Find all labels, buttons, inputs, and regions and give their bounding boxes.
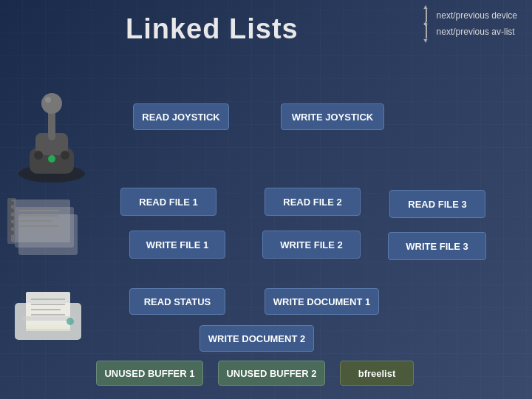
bfreelist-node: bfreelist <box>340 361 414 386</box>
legend-item-2: next/previous av-list <box>420 25 517 38</box>
svg-rect-29 <box>22 316 74 321</box>
svg-point-7 <box>61 151 69 160</box>
svg-point-8 <box>48 155 55 163</box>
read-joystick-node: READ JOYSTICK <box>133 103 229 130</box>
write-file-2-node: WRITE FILE 2 <box>262 231 361 259</box>
printer-image <box>7 273 89 347</box>
legend: next/previous device next/previous av-li… <box>420 9 517 38</box>
legend-label-2: next/previous av-list <box>437 27 515 37</box>
svg-point-17 <box>10 201 14 205</box>
write-document-2-node: WRITE DOCUMENT 2 <box>200 325 314 352</box>
read-file-1-node: READ FILE 1 <box>120 188 216 216</box>
read-file-3-node: READ FILE 3 <box>389 190 485 218</box>
svg-point-5 <box>45 97 51 103</box>
file-stack-image <box>4 170 100 259</box>
legend-item-1: next/previous device <box>420 9 517 22</box>
svg-point-19 <box>10 216 14 220</box>
svg-point-21 <box>10 231 14 235</box>
svg-point-30 <box>66 318 74 325</box>
unused-buffer-2-node: UNUSED BUFFER 2 <box>218 361 325 386</box>
read-file-2-node: READ FILE 2 <box>265 188 361 216</box>
write-joystick-node: WRITE JOYSTICK <box>281 103 384 130</box>
svg-rect-23 <box>26 292 70 329</box>
svg-point-20 <box>10 223 14 228</box>
legend-label-1: next/previous device <box>437 10 517 21</box>
svg-point-18 <box>10 208 14 213</box>
read-status-node: READ STATUS <box>129 288 225 315</box>
write-file-3-node: WRITE FILE 3 <box>388 232 486 260</box>
svg-rect-24 <box>26 325 70 331</box>
unused-buffer-1-node: UNUSED BUFFER 1 <box>96 361 203 386</box>
write-file-1-node: WRITE FILE 1 <box>129 231 225 259</box>
page-title: Linked Lists <box>126 13 299 45</box>
svg-point-4 <box>41 93 62 114</box>
svg-point-6 <box>34 151 43 160</box>
write-document-1-node: WRITE DOCUMENT 1 <box>265 288 379 315</box>
